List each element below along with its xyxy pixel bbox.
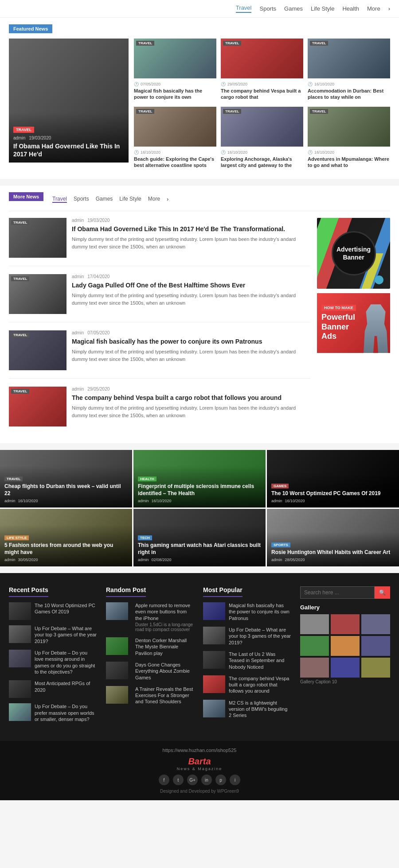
recent-post-0[interactable]: The 10 Worst Optimized PC Games Of 2019 — [9, 602, 97, 620]
list-item-1[interactable]: TRAVEL admin 17/04/2020 Lady Gaga Pulled… — [9, 274, 310, 322]
list-date-1: 17/04/2020 — [87, 274, 110, 279]
gallery-thumb-2[interactable] — [361, 614, 390, 634]
gallery-thumb-7[interactable] — [331, 658, 360, 678]
featured-card-2[interactable]: TRAVEL 🕐 16/10/2020 Accommodation in Dur… — [308, 39, 390, 102]
grid-card-2[interactable]: GAMES The 10 Worst Optimized PC Games Of… — [267, 450, 399, 508]
featured-card-5[interactable]: TRAVEL 🕐 16/10/2020 Adventures in Mpumal… — [308, 107, 390, 170]
featured-main-title: If Obama Had Governed Like This In 2017 … — [13, 142, 124, 158]
nav-lifestyle[interactable]: Life Style — [311, 5, 334, 12]
gallery-thumb-5[interactable] — [361, 636, 390, 656]
more-nav-sports[interactable]: Sports — [74, 196, 89, 203]
more-nav-arrow: › — [167, 196, 168, 203]
nav-sports[interactable]: Sports — [259, 5, 276, 12]
grid-title-3: 5 Fashion stories from around the web yo… — [4, 542, 128, 556]
footer-bottom: https://www.huzhan.com/ishop525 Barta Ne… — [0, 741, 399, 800]
random-post-0[interactable]: Apple rumored to remove even more button… — [106, 602, 194, 632]
recent-post-2[interactable]: Up For Debate – Do you love messing arou… — [9, 650, 97, 675]
nav-travel[interactable]: Travel — [236, 4, 252, 13]
gallery-grid — [300, 614, 390, 678]
social-pinterest[interactable]: p — [215, 775, 226, 785]
featured-right-grid: TRAVEL 🕐 07/05/2020 Magical fish basical… — [134, 39, 390, 170]
random-post-1[interactable]: Denton Corker Marshall The Myste Biennal… — [106, 637, 194, 656]
recent-post-1[interactable]: Up For Debate – What are your top 3 game… — [9, 625, 97, 644]
gallery-thumb-8[interactable] — [361, 658, 390, 678]
random-post-2[interactable]: Days Gone Changes Everything About Zombi… — [106, 662, 194, 681]
social-twitter[interactable]: t — [173, 775, 184, 785]
footer-social: f t G+ in p i — [7, 775, 392, 785]
nav-more[interactable]: More — [367, 5, 380, 12]
gallery-thumb-3[interactable] — [300, 636, 329, 656]
featured-card-4[interactable]: TRAVEL 🕐 16/10/2020 Exploring Anchorage,… — [221, 107, 303, 170]
ads-column: Advertising Banner HOW TO MAKE Powerful … — [317, 218, 390, 434]
grid-author-5: admin — [271, 558, 282, 562]
random-post-title: Random Post — [106, 586, 146, 597]
grid-card-5[interactable]: SPORTS Rosie Huntington Whitel Habits wi… — [267, 509, 399, 566]
popular-2[interactable]: The Last of Us 2 Was Teased in September… — [203, 651, 291, 670]
grid-date-4: 02/08/2020 — [152, 558, 172, 562]
ad-banner-1[interactable]: Advertising Banner — [317, 218, 390, 289]
featured-main-author: admin — [13, 136, 25, 140]
gallery-thumb-1[interactable] — [331, 614, 360, 634]
nav-health[interactable]: Health — [342, 5, 359, 12]
list-date-0: 19/03/2020 — [87, 218, 110, 223]
random-post-3[interactable]: A Trainer Reveals the Best Exercises For… — [106, 686, 194, 705]
social-facebook[interactable]: f — [159, 775, 169, 785]
gallery-thumb-6[interactable] — [300, 658, 329, 678]
featured-card-3[interactable]: TRAVEL 🕐 16/10/2020 Beach guide: Explori… — [134, 107, 216, 170]
social-googleplus[interactable]: G+ — [187, 775, 198, 785]
grid-tag-5: SPORTS — [271, 542, 290, 547]
grid-card-4[interactable]: TECH This gaming smart watch has Atari c… — [133, 509, 266, 566]
search-button[interactable]: 🔍 — [375, 586, 390, 599]
grid-date-0: 16/10/2020 — [18, 499, 38, 503]
more-nav-travel[interactable]: Travel — [52, 196, 67, 203]
grid-tag-2: GAMES — [271, 484, 289, 488]
more-news-nav: Travel Sports Games Life Style More › — [52, 196, 168, 203]
grid-card-1[interactable]: HEALTH Fingerprint of multiple sclerosis… — [133, 450, 266, 508]
more-nav-more[interactable]: More — [148, 196, 160, 203]
gallery-title: Gallery — [300, 604, 390, 611]
featured-card-0[interactable]: TRAVEL 🕐 07/05/2020 Magical fish basical… — [134, 39, 216, 102]
featured-main-date: 19/03/2020 — [29, 136, 51, 140]
ad2-label: HOW TO MAKE — [321, 305, 356, 311]
grid-cards-section: TRAVEL Cheap flights to Durban this week… — [0, 450, 399, 566]
list-item-2[interactable]: TRAVEL admin 07/05/2020 Magical fish bas… — [9, 330, 310, 379]
footer-logo: Barta News & Magazine — [7, 756, 392, 771]
more-news-badge: More News — [9, 192, 43, 201]
grid-date-1: 16/10/2020 — [152, 499, 172, 503]
grid-tag-1: HEALTH — [138, 477, 156, 481]
featured-section: Featured News TRAVEL admin 19/03/2020 If… — [0, 18, 399, 179]
recent-post-3[interactable]: Most Anticipated RPGs of 2020 — [9, 680, 97, 698]
nav-games[interactable]: Games — [284, 5, 303, 12]
grid-card-3[interactable]: LIFE STYLE 5 Fashion stories from around… — [0, 509, 132, 566]
grid-author-2: admin — [271, 499, 282, 503]
ad-banner-2[interactable]: HOW TO MAKE Powerful Banner Ads — [317, 293, 390, 353]
list-author-0: admin — [72, 218, 84, 223]
gallery-thumb-0[interactable] — [300, 614, 329, 634]
recent-posts-title: Recent Posts — [9, 586, 48, 597]
list-item-0[interactable]: TRAVEL admin 19/03/2020 If Obama Had Gov… — [9, 218, 310, 266]
nav-links: Travel Sports Games Life Style Health Mo… — [236, 4, 390, 13]
more-nav-games[interactable]: Games — [96, 196, 113, 203]
list-item-3[interactable]: TRAVEL admin 29/05/2020 The company behi… — [9, 387, 310, 434]
featured-card-1[interactable]: TRAVEL 🕐 29/05/2020 The company behind V… — [221, 39, 303, 102]
gallery-caption: Gallery Caption 10 — [300, 679, 390, 684]
list-title-0: If Obama Had Governed Like This In 2017 … — [72, 225, 310, 233]
popular-1[interactable]: Up For Debate – What are your top 3 game… — [203, 627, 291, 646]
featured-main-article[interactable]: TRAVEL admin 19/03/2020 If Obama Had Gov… — [9, 39, 129, 170]
top-nav: Travel Sports Games Life Style Health Mo… — [0, 0, 399, 18]
list-excerpt-0: Nimply dummy text of the printing and ty… — [72, 236, 310, 250]
gallery-thumb-4[interactable] — [331, 636, 360, 656]
more-nav-lifestyle[interactable]: Life Style — [119, 196, 141, 203]
list-title-3: The company behind Vespa built a cargo r… — [72, 394, 310, 402]
popular-3[interactable]: The company behind Vespa built a cargo r… — [203, 675, 291, 694]
popular-0[interactable]: Magical fish basically has the power to … — [203, 602, 291, 621]
grid-card-0[interactable]: TRAVEL Cheap flights to Durban this week… — [0, 450, 132, 508]
social-instagram[interactable]: i — [230, 775, 240, 785]
search-input[interactable] — [300, 586, 375, 599]
list-title-2: Magical fish basically has the power to … — [72, 337, 310, 345]
recent-post-4[interactable]: Up For Debate – Do you prefer massive op… — [9, 703, 97, 722]
search-row: 🔍 — [300, 586, 390, 599]
featured-badge: Featured News — [9, 24, 52, 33]
social-linkedin[interactable]: in — [201, 775, 212, 785]
popular-4[interactable]: M2 CS is a lightweight version of BMW's … — [203, 700, 291, 719]
